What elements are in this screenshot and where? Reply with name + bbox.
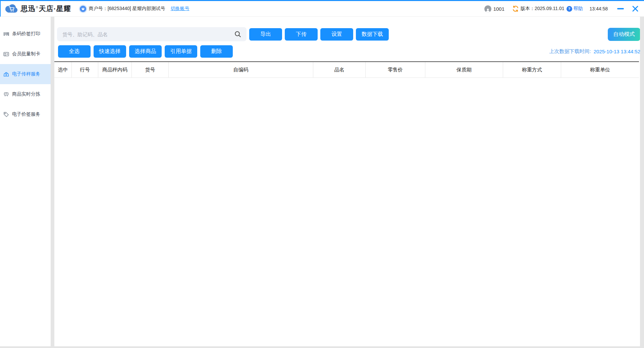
- clock-text: 13:44:58: [590, 6, 608, 11]
- sidebar-item-barcode-label-print[interactable]: 条码价签打印: [0, 24, 51, 44]
- sidebar: 条码价签打印 会员批量制卡 电子传秤服务 商品实时分拣 电子价签服务: [0, 17, 51, 346]
- cite-order-button[interactable]: 引用单据: [165, 45, 197, 58]
- table-body-empty: [54, 78, 639, 279]
- choose-goods-button[interactable]: 选择商品: [129, 45, 162, 58]
- upload-button[interactable]: 下传: [285, 28, 318, 41]
- window-edge-right: [640, 17, 644, 348]
- column-header-custom-code[interactable]: 自编码: [169, 62, 313, 77]
- sidebar-item-label: 电子价签服务: [12, 111, 40, 117]
- last-download-label: 上次数据下载时间:: [549, 48, 591, 55]
- sorting-icon: [3, 92, 9, 97]
- refresh-icon[interactable]: [512, 5, 519, 12]
- column-header-scale-plu[interactable]: 商品秤内码: [98, 62, 132, 77]
- merchant-id-text: 商户号：[68253440] 星耀内部测试号: [89, 6, 165, 12]
- settings-button[interactable]: 设置: [320, 28, 353, 41]
- column-header-weigh-unit[interactable]: 称重单位: [561, 62, 639, 77]
- sidebar-item-electronic-price-tag[interactable]: 电子价签服务: [0, 104, 51, 124]
- member-card-icon: [3, 51, 9, 57]
- main-content: 导出 下传 设置 数据下载 自动模式 全选 快速选择 选择商品 引用单据 删除 …: [54, 17, 644, 346]
- sidebar-divider: [51, 17, 54, 346]
- sidebar-item-label: 条码价签打印: [12, 31, 40, 37]
- help-link[interactable]: 帮助: [574, 6, 583, 12]
- quick-select-button[interactable]: 快速选择: [94, 45, 126, 58]
- scale-icon: [3, 71, 9, 77]
- search-input[interactable]: [57, 27, 247, 41]
- sidebar-item-label: 商品实时分拣: [12, 91, 40, 97]
- column-header-line-no[interactable]: 行号: [72, 62, 98, 77]
- column-header-weigh-method[interactable]: 称重方式: [503, 62, 561, 77]
- topbar: 思迅®天店·星耀 商户号：[68253440] 星耀内部测试号 切换账号 100…: [0, 0, 644, 17]
- last-download-time: 2025-10-13 13:44:52: [594, 49, 640, 54]
- sidebar-item-label: 电子传秤服务: [12, 71, 40, 77]
- user-avatar-icon: [484, 5, 491, 12]
- search-icon[interactable]: [234, 30, 242, 38]
- column-header-selected[interactable]: 选中: [54, 62, 72, 77]
- window-edge-bottom: [0, 346, 644, 348]
- column-header-retail-price[interactable]: 零售价: [366, 62, 425, 77]
- sidebar-item-realtime-sorting[interactable]: 商品实时分拣: [0, 84, 51, 104]
- table-header-row: 选中 行号 商品秤内码 货号 自编码 品名 零售价 保质期 称重方式 称重单位: [54, 62, 639, 78]
- close-icon[interactable]: [632, 5, 639, 12]
- delete-button[interactable]: 删除: [200, 45, 233, 58]
- column-header-item-no[interactable]: 货号: [132, 62, 169, 77]
- export-button[interactable]: 导出: [249, 28, 282, 41]
- sidebar-item-label: 会员批量制卡: [12, 51, 40, 57]
- last-download-info: 上次数据下载时间: 2025-10-13 13:44:52: [549, 48, 640, 55]
- select-all-button[interactable]: 全选: [58, 45, 91, 58]
- barcode-icon: [3, 31, 9, 37]
- cloud-cart-logo-icon: [4, 3, 18, 15]
- version-text: 版本：2025.09.11.01: [521, 6, 565, 12]
- column-header-shelf-life[interactable]: 保质期: [425, 62, 503, 77]
- toolbar-row-1: 导出 下传 设置 数据下载 自动模式: [57, 27, 640, 41]
- sidebar-item-electronic-scale-service[interactable]: 电子传秤服务: [0, 64, 51, 84]
- question-circle-icon[interactable]: ?: [567, 6, 572, 12]
- toolbar-row-2: 全选 快速选择 选择商品 引用单据 删除 上次数据下载时间: 2025-10-1…: [58, 45, 640, 58]
- search-box: [57, 27, 247, 41]
- switch-account-link[interactable]: 切换账号: [171, 6, 190, 12]
- topbar-right-group: 1001 版本：2025.09.11.01 ? 帮助 13:44:58: [484, 5, 639, 12]
- data-download-button[interactable]: 数据下载: [356, 28, 389, 41]
- auto-mode-button[interactable]: 自动模式: [608, 28, 640, 41]
- products-table: 选中 行号 商品秤内码 货号 自编码 品名 零售价 保质期 称重方式 称重单位: [54, 61, 639, 279]
- brand-title: 思迅®天店·星耀: [21, 4, 71, 13]
- storefront-icon: [80, 6, 86, 12]
- user-count: 1001: [493, 6, 504, 12]
- sidebar-item-member-card-batch[interactable]: 会员批量制卡: [0, 44, 51, 64]
- column-header-product-name[interactable]: 品名: [313, 62, 366, 77]
- minimize-icon[interactable]: [617, 8, 624, 9]
- price-tag-icon: [3, 112, 9, 117]
